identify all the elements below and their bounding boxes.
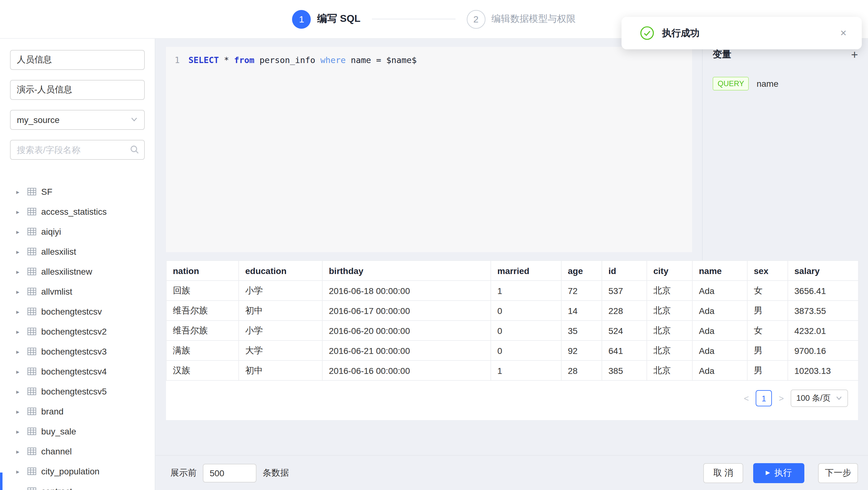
table-cell: 0 [491, 301, 561, 320]
page-next-icon[interactable]: > [777, 393, 786, 403]
column-header: id [602, 261, 647, 281]
limit-prefix-label: 展示前 [170, 467, 196, 479]
step-1-circle: 1 [292, 10, 311, 28]
tree-item[interactable]: ▸bochengtestcsv5 [10, 381, 145, 401]
caret-icon[interactable]: ▸ [16, 188, 23, 195]
caret-icon[interactable]: ▸ [16, 388, 23, 395]
step-2-label: 编辑数据模型与权限 [491, 13, 576, 25]
table-cell: 北京 [647, 320, 692, 340]
tree-item-label: allvmlist [41, 286, 72, 297]
tree-item[interactable]: ▸city_population [10, 461, 145, 481]
add-variable-icon[interactable]: + [851, 49, 858, 61]
datasource-select[interactable]: my_source [10, 110, 145, 130]
datasource-value: my_source [17, 115, 60, 125]
tree-item[interactable]: ▸channel [10, 441, 145, 461]
page: 1 编写 SQL 2 编辑数据模型与权限 执行成功 ✕ my_source [0, 0, 868, 490]
tree-item[interactable]: ▸allesxilistnew [10, 262, 145, 281]
tree-item[interactable]: ▸bochengtestcsv3 [10, 341, 145, 361]
display-name-input[interactable] [10, 80, 145, 100]
table-cell: Ada [692, 281, 747, 301]
variables-panel: 变量 + QUERY name [702, 39, 868, 260]
sql-token: * [219, 55, 234, 65]
table-tree: ▸SF▸access_statistics▸aiqiyi▸allesxilist… [10, 182, 145, 490]
table-cell: 北京 [647, 301, 692, 320]
caret-icon[interactable]: ▸ [16, 348, 23, 355]
close-icon[interactable]: ✕ [840, 28, 847, 38]
scrollbar-thumb[interactable] [0, 472, 2, 490]
result-table: nationeducationbirthdaymarriedageidcityn… [166, 260, 859, 381]
tree-item[interactable]: ▸allvmlist [10, 281, 145, 302]
cancel-button[interactable]: 取 消 [703, 463, 743, 483]
table-cell: 北京 [647, 361, 692, 380]
execute-button[interactable]: ▶ 执行 [753, 463, 804, 483]
tree-item[interactable]: ▸access_statistics [10, 202, 145, 222]
table-cell: 35 [561, 320, 602, 340]
caret-icon[interactable]: ▸ [16, 468, 23, 475]
tree-item-label: allesxilist [41, 247, 76, 256]
tree-item[interactable]: ▸aiqiyi [10, 222, 145, 242]
tree-item[interactable]: ▸bochengtestcsv2 [10, 321, 145, 341]
tree-item[interactable]: ▸bochengtestcsv4 [10, 361, 145, 381]
result-card: nationeducationbirthdaymarriedageidcityn… [166, 260, 858, 420]
table-cell: 0 [491, 340, 561, 361]
table-cell: 男 [747, 301, 788, 320]
caret-icon[interactable]: ▸ [16, 248, 23, 255]
caret-icon[interactable]: ▸ [16, 488, 23, 490]
tree-item[interactable]: ▸brand [10, 401, 145, 421]
table-cell: 9700.16 [788, 340, 859, 361]
table-icon [27, 247, 36, 256]
pagination: < 1 > 100 条/页 [742, 390, 848, 407]
step-write-sql[interactable]: 1 编写 SQL [292, 10, 361, 28]
tree-item-label: bochengtestcsv4 [41, 366, 107, 376]
chevron-down-icon [130, 115, 138, 125]
table-cell: Ada [692, 340, 747, 361]
row-limit-input[interactable] [203, 463, 256, 482]
table-cell: 初中 [239, 301, 322, 320]
tree-item[interactable]: ▸SF [10, 182, 145, 202]
column-header: married [491, 261, 561, 281]
tree-item-label: bochengtestcsv5 [41, 387, 107, 396]
tree-item[interactable]: ▸buy_sale [10, 421, 145, 441]
tree-item[interactable]: ▸allesxilist [10, 242, 145, 262]
tree-item[interactable]: ▸contract [10, 481, 145, 490]
column-header: sex [747, 261, 788, 281]
caret-icon[interactable]: ▸ [16, 328, 23, 335]
column-header: salary [788, 261, 859, 281]
page-number[interactable]: 1 [756, 390, 772, 406]
caret-icon[interactable]: ▸ [16, 448, 23, 455]
page-size-select[interactable]: 100 条/页 [790, 390, 848, 407]
caret-icon[interactable]: ▸ [16, 428, 23, 435]
table-row: 维吾尔族小学2016-06-20 00:00:00035524北京Ada女423… [166, 320, 859, 340]
variable-row: QUERY name [713, 77, 858, 91]
table-cell: 初中 [239, 361, 322, 380]
next-step-button[interactable]: 下一步 [818, 463, 858, 483]
tree-item[interactable]: ▸bochengtestcsv [10, 302, 145, 321]
tree-item-label: contract [41, 486, 72, 490]
table-cell: 14 [561, 301, 602, 320]
caret-icon[interactable]: ▸ [16, 408, 23, 415]
table-cell: 2016-06-16 00:00:00 [322, 361, 491, 380]
table-cell: 大学 [239, 340, 322, 361]
caret-icon[interactable]: ▸ [16, 228, 23, 235]
step-2-circle: 2 [466, 10, 485, 28]
caret-icon[interactable]: ▸ [16, 268, 23, 275]
search-input[interactable] [10, 140, 145, 160]
table-cell: 维吾尔族 [166, 301, 239, 320]
table-icon [27, 207, 36, 216]
model-name-input[interactable] [10, 50, 145, 70]
variables-header: 变量 + [713, 49, 858, 61]
page-prev-icon[interactable]: < [742, 393, 751, 403]
tree-item-label: allesxilistnew [41, 267, 92, 277]
table-cell: 男 [747, 340, 788, 361]
table-cell: 2016-06-18 00:00:00 [322, 281, 491, 301]
table-cell: Ada [692, 320, 747, 340]
table-cell: 女 [747, 320, 788, 340]
step-edit-model[interactable]: 2 编辑数据模型与权限 [466, 10, 576, 28]
caret-icon[interactable]: ▸ [16, 308, 23, 315]
caret-icon[interactable]: ▸ [16, 288, 23, 295]
chevron-down-icon [836, 394, 842, 403]
caret-icon[interactable]: ▸ [16, 368, 23, 375]
variable-type-tag: QUERY [713, 77, 749, 91]
caret-icon[interactable]: ▸ [16, 208, 23, 215]
sql-editor[interactable]: 1 SELECT * from person_info where name =… [166, 47, 692, 252]
